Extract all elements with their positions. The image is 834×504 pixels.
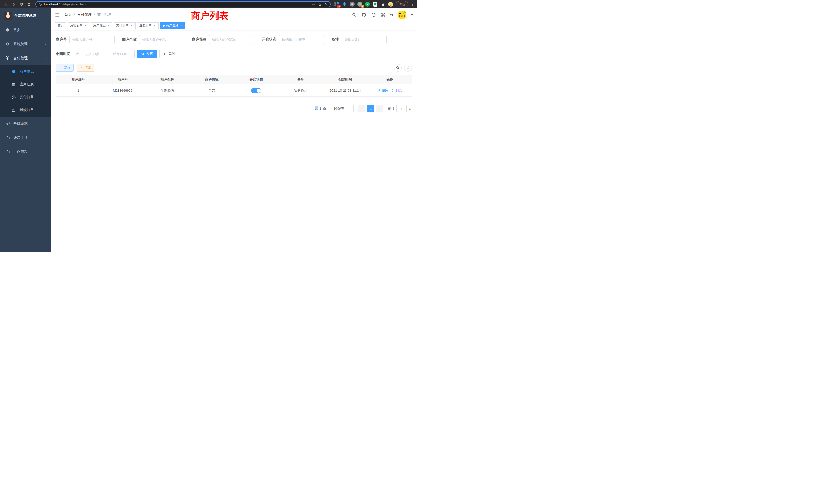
toggle-search-button[interactable] [394,64,401,72]
breadcrumb-home[interactable]: 首页 [64,13,72,17]
puzzle-extensions-icon[interactable] [380,2,386,7]
app-logo [4,12,12,20]
notes-extension-icon[interactable] [373,2,377,7]
full-name-label: 商户全称 [122,37,137,42]
tab-home[interactable]: 首页 [55,22,66,29]
yen-circle-icon [11,95,16,99]
bookmark-star-icon[interactable] [324,2,328,6]
browser-menu-icon[interactable] [411,3,414,6]
cell-create-time: 2021-10-23 08:31:14 [323,89,368,92]
chevron-down-icon [44,43,47,46]
page-1-button[interactable]: 1 [367,105,374,112]
tab-user-group[interactable]: 用户分组× [91,22,112,29]
edit-pen-icon [377,89,380,92]
search-button[interactable]: 搜索 [137,49,157,58]
forward-icon[interactable] [10,1,17,8]
merchant-no-input[interactable] [72,38,111,42]
col-short-name: 商户简称 [190,77,234,82]
recorder-extension-icon[interactable]: 1 [357,2,362,7]
sidebar-item-system[interactable]: ⚙ 系统管理 [0,37,51,51]
status-select[interactable] [279,35,324,44]
profile-avatar-icon[interactable] [388,2,393,7]
command-extension-icon[interactable]: ⌘ [350,2,355,7]
breadcrumb: 首页 / 支付管理 / 商户信息 [64,13,112,17]
goto-page-input[interactable] [396,105,407,112]
avatar-dropdown-caret[interactable] [411,14,413,16]
sidebar-item-payment[interactable]: ¥ 支付管理 [0,51,51,65]
col-actions: 操作 [368,77,412,82]
status-select-input[interactable] [282,38,316,42]
chevron-down-icon [346,107,349,110]
password-key-icon[interactable] [312,2,316,6]
sidebar-item-workflow[interactable]: 工作流程 [0,145,51,159]
delete-link[interactable]: 删除 [391,88,402,93]
help-icon[interactable] [371,13,376,17]
navbar-actions: tT [352,11,413,19]
refresh-table-button[interactable] [404,64,412,72]
sidebar-item-refund-order[interactable]: 退款订单 [0,104,51,116]
close-icon[interactable]: × [153,24,156,27]
tabs-extension-icon[interactable]: 10 [334,2,339,7]
remark-label: 备注 [332,37,339,42]
remark-input[interactable] [345,38,383,42]
app-logo-row[interactable]: 芋道管理系统 [0,8,51,23]
font-size-icon[interactable]: tT [390,13,393,17]
start-date-input[interactable] [81,52,104,56]
user-avatar[interactable] [398,11,406,19]
status-toggle[interactable] [251,88,261,93]
tab-pay-order[interactable]: 支付订单× [114,22,136,29]
add-button[interactable]: ＋ 新增 [56,64,74,72]
sidebar-collapse-icon[interactable] [55,13,60,18]
close-icon[interactable]: × [107,24,110,27]
yen-icon: ¥ [5,56,10,61]
close-icon[interactable]: × [179,24,182,27]
calendar-icon [76,52,80,56]
chevron-down-icon [318,38,321,41]
extensions-area: 10 ⌘ 1 Y 更新 [334,1,414,7]
sidebar-item-infrastructure[interactable]: 基础设施 [0,116,51,131]
breadcrumb-payment[interactable]: 支付管理 [77,13,92,17]
close-icon[interactable]: × [84,24,87,27]
cell-short-name: 芋艿 [190,88,234,93]
chevron-up-icon [44,57,47,60]
home-icon[interactable] [26,1,32,8]
export-button[interactable]: 导出 [77,64,94,72]
prev-page-button[interactable]: ‹ [358,105,366,112]
page-size-select[interactable]: 10条/页 [329,105,354,112]
full-name-input[interactable] [142,38,181,42]
tab-refund-order[interactable]: 退款订单× [137,22,159,29]
sidebar-item-merchant-info[interactable]: 商户信息 [0,65,51,78]
y-extension-icon[interactable]: Y [365,2,370,7]
sidebar-item-home[interactable]: 首页 [0,23,51,37]
fullscreen-icon[interactable] [381,13,386,17]
sidebar-item-pay-order[interactable]: 支付订单 [0,91,51,104]
share-icon[interactable] [318,2,322,6]
cell-merchant-no: M233666999 [101,89,145,92]
search-icon[interactable] [352,13,356,17]
next-page-button[interactable]: › [376,105,383,112]
reload-icon[interactable] [18,1,25,8]
tab-process-form[interactable]: 流程表单× [68,22,89,29]
breadcrumb-separator: / [74,13,75,17]
col-merchant-no: 商户号 [101,77,145,82]
back-icon[interactable] [3,1,9,8]
refresh-icon [406,66,410,70]
url-bar[interactable]: localhost:1024/pay/merchant [36,1,331,7]
reset-button[interactable]: 重置 [159,49,179,58]
close-icon[interactable]: × [130,24,133,27]
tab-merchant-info[interactable]: 商户信息× [160,22,185,29]
create-time-range-picker[interactable]: - [73,49,135,58]
col-status: 开启状态 [234,77,278,82]
document-copy-icon [11,108,16,112]
sidebar-item-label: 应用信息 [20,82,34,87]
browser-update-button[interactable]: 更新 [396,1,408,7]
gem-extension-icon[interactable] [342,2,347,7]
short-name-input[interactable] [212,38,251,42]
sidebar-item-dev-tools[interactable]: 研发工具 [0,131,51,145]
site-info-icon[interactable] [39,3,42,6]
sidebar-item-app-info[interactable]: 应用信息 [0,78,51,91]
end-date-input[interactable] [108,52,131,56]
cell-actions: 修改 删除 [368,88,412,93]
edit-link[interactable]: 修改 [377,88,388,93]
github-icon[interactable] [361,12,367,18]
